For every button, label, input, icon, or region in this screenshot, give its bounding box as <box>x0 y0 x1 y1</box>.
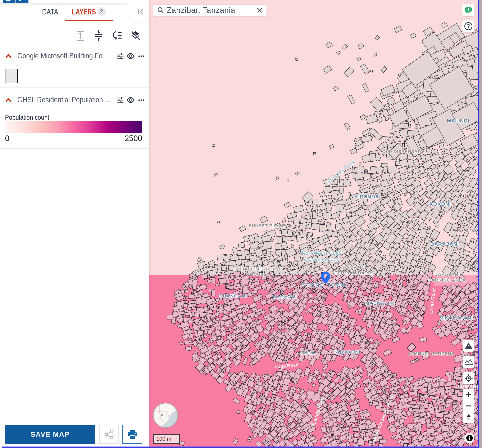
svg-text:?: ? <box>467 23 470 29</box>
